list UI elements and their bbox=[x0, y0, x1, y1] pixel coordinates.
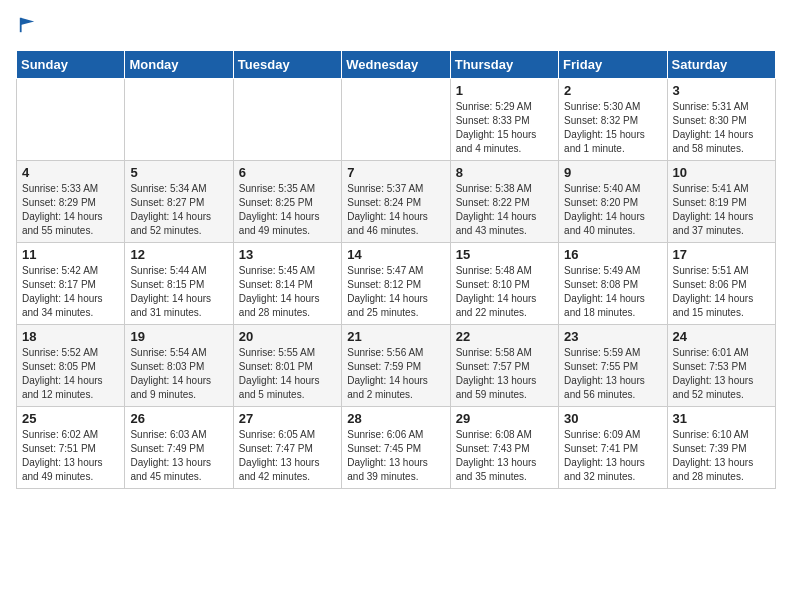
calendar-cell: 8Sunrise: 5:38 AM Sunset: 8:22 PM Daylig… bbox=[450, 160, 558, 242]
weekday-header-sunday: Sunday bbox=[17, 50, 125, 78]
calendar-week-1: 1Sunrise: 5:29 AM Sunset: 8:33 PM Daylig… bbox=[17, 78, 776, 160]
calendar-cell: 19Sunrise: 5:54 AM Sunset: 8:03 PM Dayli… bbox=[125, 324, 233, 406]
day-info: Sunrise: 5:40 AM Sunset: 8:20 PM Dayligh… bbox=[564, 182, 661, 238]
calendar-cell: 25Sunrise: 6:02 AM Sunset: 7:51 PM Dayli… bbox=[17, 406, 125, 488]
calendar-cell: 29Sunrise: 6:08 AM Sunset: 7:43 PM Dayli… bbox=[450, 406, 558, 488]
calendar-cell: 9Sunrise: 5:40 AM Sunset: 8:20 PM Daylig… bbox=[559, 160, 667, 242]
day-info: Sunrise: 5:54 AM Sunset: 8:03 PM Dayligh… bbox=[130, 346, 227, 402]
day-number: 3 bbox=[673, 83, 770, 98]
day-number: 21 bbox=[347, 329, 444, 344]
calendar-cell: 6Sunrise: 5:35 AM Sunset: 8:25 PM Daylig… bbox=[233, 160, 341, 242]
calendar-cell: 21Sunrise: 5:56 AM Sunset: 7:59 PM Dayli… bbox=[342, 324, 450, 406]
calendar-cell: 27Sunrise: 6:05 AM Sunset: 7:47 PM Dayli… bbox=[233, 406, 341, 488]
weekday-header-thursday: Thursday bbox=[450, 50, 558, 78]
day-info: Sunrise: 5:29 AM Sunset: 8:33 PM Dayligh… bbox=[456, 100, 553, 156]
day-info: Sunrise: 5:35 AM Sunset: 8:25 PM Dayligh… bbox=[239, 182, 336, 238]
day-number: 11 bbox=[22, 247, 119, 262]
day-info: Sunrise: 6:01 AM Sunset: 7:53 PM Dayligh… bbox=[673, 346, 770, 402]
day-number: 22 bbox=[456, 329, 553, 344]
day-info: Sunrise: 6:06 AM Sunset: 7:45 PM Dayligh… bbox=[347, 428, 444, 484]
day-info: Sunrise: 5:37 AM Sunset: 8:24 PM Dayligh… bbox=[347, 182, 444, 238]
calendar-cell: 30Sunrise: 6:09 AM Sunset: 7:41 PM Dayli… bbox=[559, 406, 667, 488]
calendar-cell: 17Sunrise: 5:51 AM Sunset: 8:06 PM Dayli… bbox=[667, 242, 775, 324]
calendar-cell: 18Sunrise: 5:52 AM Sunset: 8:05 PM Dayli… bbox=[17, 324, 125, 406]
day-number: 5 bbox=[130, 165, 227, 180]
calendar-cell bbox=[17, 78, 125, 160]
svg-marker-0 bbox=[21, 18, 35, 32]
day-info: Sunrise: 5:38 AM Sunset: 8:22 PM Dayligh… bbox=[456, 182, 553, 238]
day-number: 20 bbox=[239, 329, 336, 344]
calendar-week-4: 18Sunrise: 5:52 AM Sunset: 8:05 PM Dayli… bbox=[17, 324, 776, 406]
calendar-table: SundayMondayTuesdayWednesdayThursdayFrid… bbox=[16, 50, 776, 489]
calendar-cell: 15Sunrise: 5:48 AM Sunset: 8:10 PM Dayli… bbox=[450, 242, 558, 324]
day-number: 10 bbox=[673, 165, 770, 180]
day-info: Sunrise: 5:52 AM Sunset: 8:05 PM Dayligh… bbox=[22, 346, 119, 402]
day-number: 25 bbox=[22, 411, 119, 426]
day-number: 19 bbox=[130, 329, 227, 344]
day-number: 24 bbox=[673, 329, 770, 344]
day-number: 15 bbox=[456, 247, 553, 262]
calendar-cell: 24Sunrise: 6:01 AM Sunset: 7:53 PM Dayli… bbox=[667, 324, 775, 406]
day-number: 12 bbox=[130, 247, 227, 262]
page-header bbox=[16, 16, 776, 40]
day-info: Sunrise: 5:41 AM Sunset: 8:19 PM Dayligh… bbox=[673, 182, 770, 238]
calendar-cell: 1Sunrise: 5:29 AM Sunset: 8:33 PM Daylig… bbox=[450, 78, 558, 160]
calendar-cell: 3Sunrise: 5:31 AM Sunset: 8:30 PM Daylig… bbox=[667, 78, 775, 160]
day-info: Sunrise: 5:58 AM Sunset: 7:57 PM Dayligh… bbox=[456, 346, 553, 402]
calendar-cell: 28Sunrise: 6:06 AM Sunset: 7:45 PM Dayli… bbox=[342, 406, 450, 488]
logo bbox=[16, 16, 36, 40]
weekday-header-wednesday: Wednesday bbox=[342, 50, 450, 78]
calendar-cell: 26Sunrise: 6:03 AM Sunset: 7:49 PM Dayli… bbox=[125, 406, 233, 488]
day-info: Sunrise: 5:31 AM Sunset: 8:30 PM Dayligh… bbox=[673, 100, 770, 156]
day-info: Sunrise: 6:05 AM Sunset: 7:47 PM Dayligh… bbox=[239, 428, 336, 484]
day-number: 26 bbox=[130, 411, 227, 426]
day-info: Sunrise: 5:56 AM Sunset: 7:59 PM Dayligh… bbox=[347, 346, 444, 402]
day-number: 23 bbox=[564, 329, 661, 344]
calendar-cell bbox=[125, 78, 233, 160]
calendar-cell: 20Sunrise: 5:55 AM Sunset: 8:01 PM Dayli… bbox=[233, 324, 341, 406]
day-number: 8 bbox=[456, 165, 553, 180]
weekday-header-monday: Monday bbox=[125, 50, 233, 78]
day-number: 1 bbox=[456, 83, 553, 98]
day-number: 31 bbox=[673, 411, 770, 426]
weekday-header-saturday: Saturday bbox=[667, 50, 775, 78]
calendar-week-5: 25Sunrise: 6:02 AM Sunset: 7:51 PM Dayli… bbox=[17, 406, 776, 488]
day-info: Sunrise: 6:02 AM Sunset: 7:51 PM Dayligh… bbox=[22, 428, 119, 484]
day-info: Sunrise: 5:55 AM Sunset: 8:01 PM Dayligh… bbox=[239, 346, 336, 402]
day-info: Sunrise: 5:30 AM Sunset: 8:32 PM Dayligh… bbox=[564, 100, 661, 156]
day-number: 16 bbox=[564, 247, 661, 262]
day-info: Sunrise: 5:42 AM Sunset: 8:17 PM Dayligh… bbox=[22, 264, 119, 320]
day-info: Sunrise: 5:45 AM Sunset: 8:14 PM Dayligh… bbox=[239, 264, 336, 320]
calendar-cell: 31Sunrise: 6:10 AM Sunset: 7:39 PM Dayli… bbox=[667, 406, 775, 488]
day-info: Sunrise: 6:10 AM Sunset: 7:39 PM Dayligh… bbox=[673, 428, 770, 484]
day-number: 17 bbox=[673, 247, 770, 262]
weekday-header-tuesday: Tuesday bbox=[233, 50, 341, 78]
day-info: Sunrise: 5:51 AM Sunset: 8:06 PM Dayligh… bbox=[673, 264, 770, 320]
weekday-header-friday: Friday bbox=[559, 50, 667, 78]
day-info: Sunrise: 5:59 AM Sunset: 7:55 PM Dayligh… bbox=[564, 346, 661, 402]
logo-flag-icon bbox=[18, 16, 36, 34]
day-number: 4 bbox=[22, 165, 119, 180]
calendar-cell: 12Sunrise: 5:44 AM Sunset: 8:15 PM Dayli… bbox=[125, 242, 233, 324]
day-number: 27 bbox=[239, 411, 336, 426]
day-number: 6 bbox=[239, 165, 336, 180]
day-number: 13 bbox=[239, 247, 336, 262]
calendar-cell: 11Sunrise: 5:42 AM Sunset: 8:17 PM Dayli… bbox=[17, 242, 125, 324]
calendar-header-row: SundayMondayTuesdayWednesdayThursdayFrid… bbox=[17, 50, 776, 78]
day-number: 9 bbox=[564, 165, 661, 180]
calendar-week-2: 4Sunrise: 5:33 AM Sunset: 8:29 PM Daylig… bbox=[17, 160, 776, 242]
calendar-cell: 10Sunrise: 5:41 AM Sunset: 8:19 PM Dayli… bbox=[667, 160, 775, 242]
day-number: 14 bbox=[347, 247, 444, 262]
day-info: Sunrise: 5:49 AM Sunset: 8:08 PM Dayligh… bbox=[564, 264, 661, 320]
day-number: 29 bbox=[456, 411, 553, 426]
calendar-cell: 2Sunrise: 5:30 AM Sunset: 8:32 PM Daylig… bbox=[559, 78, 667, 160]
day-number: 7 bbox=[347, 165, 444, 180]
day-info: Sunrise: 5:33 AM Sunset: 8:29 PM Dayligh… bbox=[22, 182, 119, 238]
calendar-cell bbox=[342, 78, 450, 160]
day-info: Sunrise: 5:47 AM Sunset: 8:12 PM Dayligh… bbox=[347, 264, 444, 320]
calendar-cell: 14Sunrise: 5:47 AM Sunset: 8:12 PM Dayli… bbox=[342, 242, 450, 324]
calendar-cell: 5Sunrise: 5:34 AM Sunset: 8:27 PM Daylig… bbox=[125, 160, 233, 242]
logo-text bbox=[16, 16, 36, 40]
calendar-cell: 16Sunrise: 5:49 AM Sunset: 8:08 PM Dayli… bbox=[559, 242, 667, 324]
calendar-week-3: 11Sunrise: 5:42 AM Sunset: 8:17 PM Dayli… bbox=[17, 242, 776, 324]
